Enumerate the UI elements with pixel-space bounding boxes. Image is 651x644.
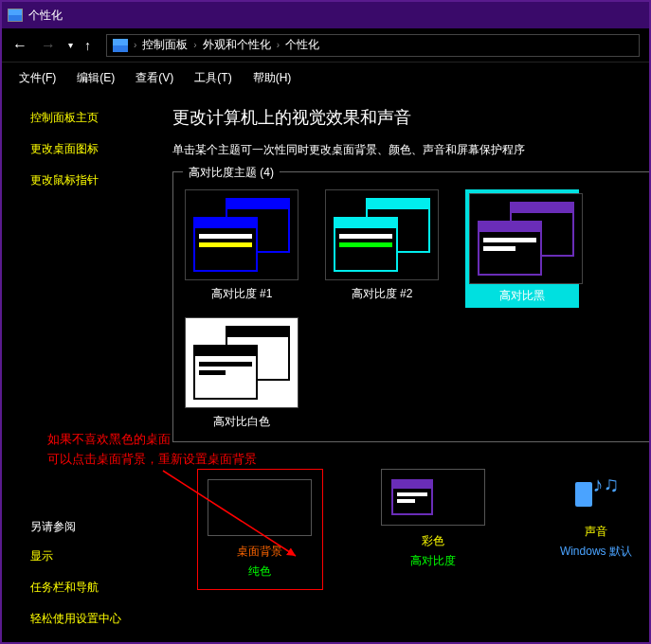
sidebar-link-ease[interactable]: 轻松使用设置中心 <box>30 611 172 627</box>
breadcrumb-item[interactable]: 外观和个性化 <box>203 37 271 53</box>
theme-hc-white[interactable]: 高对比白色 <box>185 317 298 430</box>
breadcrumb-item[interactable]: 控制面板 <box>142 37 188 53</box>
theme-group: 高对比度主题 (4) 高对比度 #1 高对比度 #2 高对比黑 <box>172 171 649 442</box>
location-icon <box>113 39 128 52</box>
theme-hc1[interactable]: 高对比度 #1 <box>185 189 298 308</box>
back-button[interactable]: ← <box>11 37 28 54</box>
see-also-heading: 另请参阅 <box>30 519 172 535</box>
theme-label: 高对比度 #1 <box>211 287 273 300</box>
theme-label: 高对比白色 <box>213 415 270 428</box>
sound-icon: ♪♫ <box>568 469 624 516</box>
titlebar: 个性化 <box>2 2 649 28</box>
setting-label: 彩色 <box>380 533 486 549</box>
sidebar-link-taskbar[interactable]: 任务栏和导航 <box>30 580 172 596</box>
sidebar-link-display[interactable]: 显示 <box>30 548 172 564</box>
breadcrumb-item[interactable]: 个性化 <box>285 37 319 53</box>
color-button[interactable]: 彩色 高对比度 <box>380 469 486 569</box>
theme-group-label: 高对比度主题 (4) <box>183 165 280 181</box>
history-dropdown-icon[interactable]: ▾ <box>68 40 73 50</box>
window-title: 个性化 <box>28 8 63 24</box>
annotation-line: 可以点击桌面背景，重新设置桌面背景 <box>47 450 257 470</box>
app-icon <box>8 9 23 22</box>
menu-file[interactable]: 文件(F) <box>19 70 56 86</box>
address-bar[interactable]: › 控制面板 › 外观和个性化 › 个性化 <box>106 34 640 57</box>
chevron-right-icon: › <box>134 40 136 50</box>
navbar: ← → ▾ ↑ › 控制面板 › 外观和个性化 › 个性化 <box>2 28 649 63</box>
sound-button[interactable]: ♪♫ 声音 Windows 默认 <box>543 469 649 560</box>
chevron-right-icon: › <box>277 40 280 50</box>
color-preview <box>381 469 485 526</box>
bottom-settings: 桌面背景 纯色 彩色 高对比度 ♪♫ 声音 Windows 默认 <box>172 469 649 590</box>
up-button[interactable]: ↑ <box>84 38 91 53</box>
sidebar-link-desktop-icons[interactable]: 更改桌面图标 <box>30 141 172 157</box>
chevron-right-icon: › <box>193 40 196 50</box>
menu-view[interactable]: 查看(V) <box>136 70 173 86</box>
sidebar-link-home[interactable]: 控制面板主页 <box>30 110 172 126</box>
theme-hc-black[interactable]: 高对比黑 <box>465 189 579 308</box>
setting-value: 高对比度 <box>380 553 486 569</box>
annotation: 如果不喜欢黑色的桌面 可以点击桌面背景，重新设置桌面背景 <box>47 430 257 470</box>
menu-help[interactable]: 帮助(H) <box>253 70 292 86</box>
theme-hc2[interactable]: 高对比度 #2 <box>325 189 439 308</box>
setting-label: 声音 <box>543 524 649 540</box>
annotation-line: 如果不喜欢黑色的桌面 <box>47 430 257 450</box>
theme-label: 高对比度 #2 <box>352 287 413 300</box>
sidebar-link-mouse-pointer[interactable]: 更改鼠标指针 <box>30 172 172 188</box>
menu-tools[interactable]: 工具(T) <box>194 70 231 86</box>
theme-label: 高对比黑 <box>499 289 545 302</box>
forward-button[interactable]: → <box>40 37 57 54</box>
page-heading: 更改计算机上的视觉效果和声音 <box>172 106 649 129</box>
setting-value: Windows 默认 <box>543 544 649 560</box>
sidebar: 控制面板主页 更改桌面图标 更改鼠标指针 另请参阅 显示 任务栏和导航 轻松使用… <box>2 93 172 642</box>
main-content: 更改计算机上的视觉效果和声音 单击某个主题可一次性同时更改桌面背景、颜色、声音和… <box>172 93 649 642</box>
setting-value: 纯色 <box>208 564 313 580</box>
page-subtext: 单击某个主题可一次性同时更改桌面背景、颜色、声音和屏幕保护程序 <box>172 142 649 158</box>
menubar: 文件(F) 编辑(E) 查看(V) 工具(T) 帮助(H) <box>2 63 649 93</box>
menu-edit[interactable]: 编辑(E) <box>77 70 115 86</box>
desktop-background-button[interactable]: 桌面背景 纯色 <box>197 469 323 590</box>
desktop-bg-preview <box>208 479 312 536</box>
setting-label: 桌面背景 <box>208 544 313 560</box>
